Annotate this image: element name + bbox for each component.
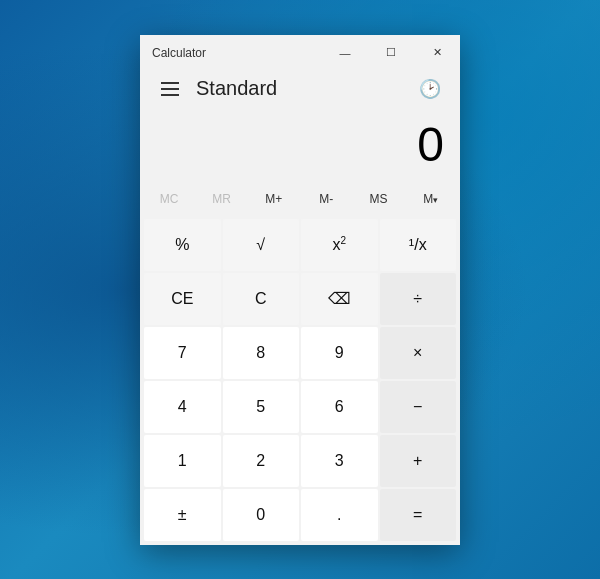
hamburger-line (161, 94, 179, 96)
add-button[interactable]: + (380, 435, 457, 487)
eight-label: 8 (256, 344, 265, 362)
title-bar-controls: — ☐ ✕ (322, 37, 460, 69)
history-icon: 🕑 (419, 78, 441, 100)
title-bar: Calculator — ☐ ✕ (140, 35, 460, 67)
add-label: + (413, 452, 422, 470)
app-header: Standard 🕑 (140, 67, 460, 111)
eight-button[interactable]: 8 (223, 327, 300, 379)
six-label: 6 (335, 398, 344, 416)
equals-label: = (413, 506, 422, 524)
display-value: 0 (417, 121, 444, 169)
seven-label: 7 (178, 344, 187, 362)
calculator-window: Calculator — ☐ ✕ Standard 🕑 0 (140, 35, 460, 545)
multiply-button[interactable]: × (380, 327, 457, 379)
sqrt-label: √ (256, 236, 265, 254)
history-button[interactable]: 🕑 (412, 71, 448, 107)
decimal-button[interactable]: . (301, 489, 378, 541)
percent-button[interactable]: % (144, 219, 221, 271)
menu-button[interactable] (152, 71, 188, 107)
six-button[interactable]: 6 (301, 381, 378, 433)
memory-minus-button[interactable]: M- (301, 181, 351, 217)
three-label: 3 (335, 452, 344, 470)
main-button-grid: % √ x2 ¹/x CE C ⌫ ÷ (144, 219, 456, 541)
button-area: MC MR M+ M- MS M▾ % √ x2 ¹/x CE (140, 181, 460, 545)
minimize-icon: — (340, 47, 351, 59)
divide-button[interactable]: ÷ (380, 273, 457, 325)
window-title: Calculator (152, 46, 206, 60)
close-button[interactable]: ✕ (414, 37, 460, 69)
square-button[interactable]: x2 (301, 219, 378, 271)
display-area: 0 (140, 111, 460, 181)
backspace-icon: ⌫ (328, 289, 351, 308)
reciprocal-label: ¹/x (409, 236, 427, 254)
subtract-button[interactable]: − (380, 381, 457, 433)
two-button[interactable]: 2 (223, 435, 300, 487)
hamburger-line (161, 82, 179, 84)
maximize-icon: ☐ (386, 46, 396, 59)
subtract-label: − (413, 398, 422, 416)
hamburger-line (161, 88, 179, 90)
equals-button[interactable]: = (380, 489, 457, 541)
nine-button[interactable]: 9 (301, 327, 378, 379)
seven-button[interactable]: 7 (144, 327, 221, 379)
backspace-button[interactable]: ⌫ (301, 273, 378, 325)
mode-title: Standard (196, 77, 412, 100)
clear-button[interactable]: C (223, 273, 300, 325)
negate-label: ± (178, 506, 187, 524)
nine-label: 9 (335, 344, 344, 362)
reciprocal-button[interactable]: ¹/x (380, 219, 457, 271)
clear-label: C (255, 290, 267, 308)
five-label: 5 (256, 398, 265, 416)
multiply-label: × (413, 344, 422, 362)
ce-label: CE (171, 290, 193, 308)
five-button[interactable]: 5 (223, 381, 300, 433)
square-label: x2 (332, 235, 346, 254)
one-button[interactable]: 1 (144, 435, 221, 487)
sqrt-button[interactable]: √ (223, 219, 300, 271)
zero-button[interactable]: 0 (223, 489, 300, 541)
memory-dropdown-button[interactable]: M▾ (406, 181, 456, 217)
zero-label: 0 (256, 506, 265, 524)
one-label: 1 (178, 452, 187, 470)
divide-label: ÷ (413, 290, 422, 308)
ce-button[interactable]: CE (144, 273, 221, 325)
close-icon: ✕ (433, 46, 442, 59)
memory-row: MC MR M+ M- MS M▾ (144, 181, 456, 217)
memory-plus-button[interactable]: M+ (249, 181, 299, 217)
maximize-button[interactable]: ☐ (368, 37, 414, 69)
four-label: 4 (178, 398, 187, 416)
minimize-button[interactable]: — (322, 37, 368, 69)
memory-recall-button[interactable]: MR (196, 181, 246, 217)
three-button[interactable]: 3 (301, 435, 378, 487)
percent-label: % (175, 236, 189, 254)
negate-button[interactable]: ± (144, 489, 221, 541)
memory-store-button[interactable]: MS (353, 181, 403, 217)
four-button[interactable]: 4 (144, 381, 221, 433)
decimal-label: . (337, 506, 341, 524)
two-label: 2 (256, 452, 265, 470)
memory-clear-button[interactable]: MC (144, 181, 194, 217)
